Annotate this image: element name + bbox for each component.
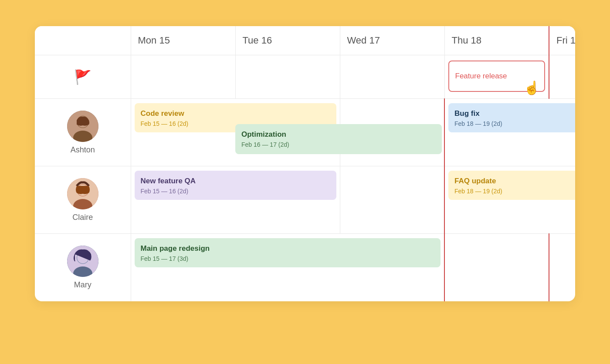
bug-fix-title: Bug fix <box>454 109 575 118</box>
ashton-avatar <box>67 111 98 142</box>
main-page-redesign-card[interactable]: Main page redesign Feb 15 — 17 (3d) <box>135 238 441 267</box>
optimization-title: Optimization <box>241 130 436 139</box>
row-mary: Mary Main page redesign Feb 15 — 17 (3d) <box>35 234 575 301</box>
mary-name: Mary <box>74 280 92 290</box>
mary-redesign-cell: Main page redesign Feb 15 — 17 (3d) <box>131 234 444 301</box>
ashton-label: Ashton <box>35 99 131 166</box>
flag-icon: 🚩 <box>74 69 92 85</box>
header-fri: Fri 19 <box>549 26 575 55</box>
claire-wed-cell <box>340 166 444 234</box>
flag-row: 🚩 Feature release ☝️ <box>35 55 575 99</box>
header-mon: Mon 15 <box>131 26 235 55</box>
code-review-title: Code review <box>141 109 330 118</box>
mary-thu-cell <box>444 234 549 301</box>
claire-faq-cell: FAQ update Feb 18 — 19 (2d) <box>444 166 575 234</box>
claire-avatar <box>67 178 98 209</box>
feature-release-title: Feature release <box>455 72 539 81</box>
main-page-redesign-dates: Feb 15 — 17 (3d) <box>141 255 435 262</box>
flag-tue-cell <box>235 55 340 99</box>
cursor-icon: ☝️ <box>524 80 540 95</box>
faq-update-card[interactable]: FAQ update Feb 18 — 19 (2d) <box>448 171 575 200</box>
flag-wed-cell <box>340 55 444 99</box>
optimization-dates: Feb 16 — 17 (2d) <box>241 141 436 148</box>
flag-fri-cell <box>549 55 575 99</box>
mary-avatar-svg <box>67 246 98 277</box>
mary-label: Mary <box>35 234 131 301</box>
optimization-card[interactable]: Optimization Feb 16 — 17 (2d) <box>235 124 442 154</box>
header-tue: Tue 16 <box>235 26 340 55</box>
new-feature-qa-title: New feature QA <box>141 177 330 185</box>
claire-qa-cell: New feature QA Feb 15 — 16 (2d) <box>131 166 340 234</box>
header-wed: Wed 17 <box>340 26 444 55</box>
claire-label: Claire <box>35 166 131 234</box>
header-row: Mon 15 Tue 16 Wed 17 Thu 18 Fri 19 <box>35 26 575 55</box>
flag-label-cell: 🚩 <box>35 55 131 99</box>
ashton-person-label: Ashton <box>38 103 127 162</box>
calendar-container: Mon 15 Tue 16 Wed 17 Thu 18 Fri 19 🚩 Fea… <box>35 26 575 301</box>
claire-person-label: Claire <box>38 171 127 229</box>
claire-name: Claire <box>72 213 93 222</box>
header-thu: Thu 18 <box>444 26 549 55</box>
mary-avatar <box>67 246 98 277</box>
feature-release-card[interactable]: Feature release ☝️ <box>448 61 546 92</box>
main-page-redesign-title: Main page redesign <box>141 244 435 253</box>
new-feature-qa-dates: Feb 15 — 16 (2d) <box>141 188 330 195</box>
row-claire: Claire New feature QA Feb 15 — 16 (2d) F… <box>35 166 575 234</box>
flag-mon-cell <box>131 55 235 99</box>
mary-person-label: Mary <box>38 238 127 297</box>
header-empty <box>35 26 131 55</box>
mary-fri-cell <box>549 234 575 301</box>
bug-fix-card[interactable]: Bug fix Feb 18 — 19 (2d) <box>448 103 575 132</box>
ashton-avatar-svg <box>67 111 98 142</box>
bug-fix-dates: Feb 18 — 19 (2d) <box>454 120 575 127</box>
ashton-bug-fix-cell: Bug fix Feb 18 — 19 (2d) <box>444 99 575 166</box>
flag-thu-cell[interactable]: Feature release ☝️ <box>444 55 549 99</box>
claire-avatar-svg <box>67 178 98 209</box>
faq-update-dates: Feb 18 — 19 (2d) <box>454 188 575 195</box>
faq-update-title: FAQ update <box>454 177 575 185</box>
new-feature-qa-card[interactable]: New feature QA Feb 15 — 16 (2d) <box>135 171 336 200</box>
ashton-name: Ashton <box>71 145 95 155</box>
